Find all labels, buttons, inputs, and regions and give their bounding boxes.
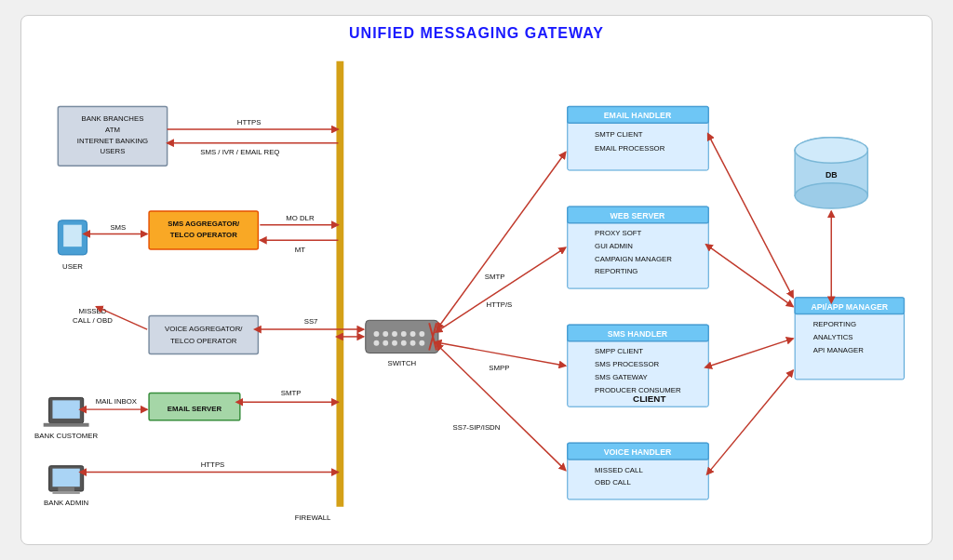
svg-text:HTTP/S: HTTP/S	[487, 300, 513, 309]
svg-text:WEB SERVER: WEB SERVER	[611, 211, 666, 220]
user-label: USER	[62, 262, 83, 271]
svg-text:PROXY SOFT: PROXY SOFT	[595, 229, 641, 237]
svg-text:REPORTING: REPORTING	[595, 267, 638, 275]
svg-text:MO DLR: MO DLR	[286, 214, 315, 222]
arrow-https-switch-web	[440, 247, 566, 329]
svg-text:API MANAGER: API MANAGER	[813, 346, 865, 354]
svg-point-18	[374, 331, 380, 337]
svg-text:VOICE HANDLER: VOICE HANDLER	[604, 447, 672, 457]
svg-text:GUI ADMIN: GUI ADMIN	[595, 242, 633, 250]
svg-text:HTTPS: HTTPS	[237, 118, 262, 127]
svg-text:TELCO OPERATOR: TELCO OPERATOR	[170, 337, 237, 345]
svg-text:VOICE AGGREGATOR/: VOICE AGGREGATOR/	[165, 325, 243, 333]
arrow-smpp-switch-sms	[440, 343, 566, 366]
svg-text:INTERNET BANKING: INTERNET BANKING	[77, 137, 148, 145]
arrow-voice-api	[710, 370, 793, 471]
svg-rect-16	[58, 487, 74, 491]
architecture-diagram: FIREWALL BANK BRANCHES ATM INTERNET BANK…	[31, 47, 922, 540]
svg-rect-13	[44, 423, 89, 427]
svg-point-27	[401, 340, 407, 346]
switch-label: SWITCH	[387, 359, 416, 367]
svg-point-25	[383, 340, 388, 346]
svg-text:SMPP CLIENT: SMPP CLIENT	[595, 347, 643, 355]
missed-call-label: MISSED	[78, 307, 106, 315]
bank-customer-label: BANK CUSTOMER	[34, 432, 98, 440]
svg-text:EMAIL PROCESSOR: EMAIL PROCESSOR	[595, 144, 665, 153]
db-bottom	[795, 183, 867, 208]
bank-branches-text: BANK BRANCHES	[82, 114, 144, 123]
arrow-sms-api	[710, 339, 793, 366]
bank-admin-label: BANK ADMIN	[44, 499, 88, 507]
svg-point-22	[410, 331, 416, 337]
svg-text:SMS / IVR / EMAIL REQ: SMS / IVR / EMAIL REQ	[200, 148, 279, 156]
svg-text:SMS GATEWAY: SMS GATEWAY	[595, 373, 649, 381]
svg-text:EMAIL SERVER: EMAIL SERVER	[168, 405, 222, 413]
svg-text:SMS AGGREGATOR/: SMS AGGREGATOR/	[168, 220, 240, 228]
arrow-web-api	[710, 247, 793, 307]
svg-text:TELCO OPERATOR: TELCO OPERATOR	[170, 231, 238, 239]
client-label: CLIENT	[633, 393, 665, 404]
svg-rect-12	[52, 400, 79, 419]
svg-text:PRODUCER CONSUMER: PRODUCER CONSUMER	[595, 386, 681, 394]
svg-point-24	[374, 340, 380, 346]
arrow-smtp-switch-email	[440, 152, 566, 325]
svg-point-21	[401, 331, 407, 337]
svg-text:HTTPS: HTTPS	[201, 460, 225, 469]
voice-aggregator-box	[149, 315, 258, 353]
svg-text:SMTP: SMTP	[485, 273, 505, 281]
svg-text:MT: MT	[295, 246, 306, 254]
diagram-container: UNIFIED MESSAGING GATEWAY FIREWALL BANK …	[20, 15, 933, 545]
svg-text:SS7: SS7	[304, 317, 318, 326]
svg-rect-5	[63, 225, 82, 247]
svg-text:SMS PROCESSOR: SMS PROCESSOR	[595, 360, 659, 368]
svg-text:API/APP MANAGER: API/APP MANAGER	[811, 302, 888, 312]
svg-text:OBD CALL: OBD CALL	[595, 478, 631, 487]
db-label: DB	[825, 170, 838, 180]
svg-rect-15	[52, 469, 79, 487]
firewall-label: FIREWALL	[295, 513, 331, 522]
svg-text:CAMPAIGN MANAGER: CAMPAIGN MANAGER	[595, 255, 672, 263]
svg-rect-17	[52, 491, 79, 494]
svg-point-26	[392, 340, 397, 346]
svg-point-29	[419, 340, 424, 346]
svg-point-28	[410, 340, 416, 346]
svg-text:SMS: SMS	[110, 223, 126, 232]
svg-point-19	[383, 331, 388, 337]
svg-text:SMPP: SMPP	[489, 364, 509, 372]
svg-text:REPORTING: REPORTING	[813, 320, 856, 328]
svg-text:ATM: ATM	[105, 126, 120, 134]
svg-text:MISSED CALL: MISSED CALL	[595, 466, 643, 474]
db-top-overlay	[795, 138, 867, 163]
svg-text:EMAIL HANDLER: EMAIL HANDLER	[604, 111, 672, 120]
svg-text:SMTP CLIENT: SMTP CLIENT	[595, 130, 643, 139]
svg-text:SMS HANDLER: SMS HANDLER	[608, 329, 668, 339]
svg-text:CALL / OBD: CALL / OBD	[73, 316, 113, 325]
svg-point-20	[392, 331, 397, 337]
svg-text:SS7-SIP/ISDN: SS7-SIP/ISDN	[453, 423, 501, 432]
svg-point-6	[70, 248, 75, 254]
page-title: UNIFIED MESSAGING GATEWAY	[31, 25, 922, 42]
svg-text:USERS: USERS	[101, 147, 126, 155]
svg-text:MAIL INBOX: MAIL INBOX	[96, 397, 138, 406]
arrow-email-api	[710, 139, 793, 298]
svg-text:ANALYTICS: ANALYTICS	[813, 333, 853, 341]
svg-point-23	[419, 331, 424, 337]
svg-text:SMTP: SMTP	[281, 389, 302, 397]
